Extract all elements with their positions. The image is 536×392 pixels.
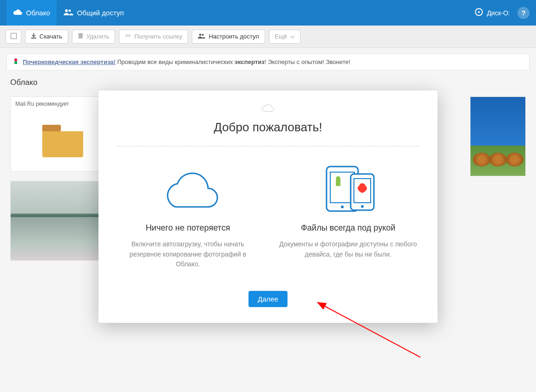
link-icon: [125, 33, 131, 40]
svg-point-16: [341, 206, 344, 208]
disk-icon: [475, 8, 483, 18]
ad-link[interactable]: Почерковедческая экспертиза!: [23, 58, 116, 65]
toolbar: Скачать Удалить Получить ссылку Настроит…: [0, 26, 536, 48]
get-link-button[interactable]: Получить ссылку: [119, 30, 188, 44]
app-header: Облако Общий доступ Диск-О: ?: [0, 0, 536, 26]
nav-cloud-label: Облако: [26, 9, 50, 17]
cloud-icon: [117, 161, 259, 215]
download-button[interactable]: Скачать: [25, 30, 68, 44]
svg-point-3: [478, 11, 480, 13]
disk-o-button[interactable]: Диск-О:: [475, 8, 510, 18]
image-thumbnail[interactable]: [470, 96, 526, 176]
ad-icon: [13, 58, 19, 66]
cloud-icon: [261, 103, 275, 112]
ad-banner[interactable]: Почерковедческая экспертиза! Проводим вс…: [7, 53, 529, 71]
more-label: Ещё: [275, 33, 288, 40]
nav-cloud[interactable]: Облако: [7, 0, 57, 26]
svg-point-10: [202, 34, 204, 36]
svg-point-9: [199, 34, 202, 36]
help-button[interactable]: ?: [517, 7, 529, 19]
feature-text: Включите автозагрузку, чтобы начать резе…: [117, 239, 259, 270]
svg-rect-5: [31, 38, 36, 39]
svg-point-1: [68, 10, 71, 12]
delete-button[interactable]: Удалить: [72, 30, 116, 44]
page-title: Облако: [0, 71, 536, 92]
feature-title: Файлы всегда под рукой: [277, 223, 419, 233]
ad-t2: ! Эксперты с опытом! Звоните!: [265, 58, 351, 65]
disk-o-label: Диск-О:: [487, 9, 510, 17]
svg-point-11: [14, 58, 17, 61]
feature-title: Ничего не потеряется: [117, 223, 259, 233]
svg-point-19: [361, 205, 364, 208]
next-button[interactable]: Далее: [248, 291, 288, 307]
feature-files-at-hand: Файлы всегда под рукой Документы и фотог…: [277, 161, 419, 270]
nav-share-label: Общий доступ: [77, 9, 124, 17]
nav-share[interactable]: Общий доступ: [57, 0, 131, 26]
chevron-down-icon: [290, 33, 294, 40]
svg-rect-12: [14, 61, 17, 64]
ad-bold: экспертиз: [235, 58, 264, 65]
more-button[interactable]: Ещё: [269, 30, 301, 44]
svg-rect-6: [78, 34, 83, 39]
devices-icon: [277, 161, 419, 215]
welcome-modal: Добро пожаловать! Ничего не потеряется В…: [98, 90, 438, 323]
square-icon: [11, 33, 17, 40]
folder-label: Mail.Ru рекомендует: [15, 101, 69, 107]
people-icon: [198, 33, 205, 40]
cloud-icon: [13, 9, 22, 17]
get-link-label: Получить ссылку: [134, 33, 182, 40]
svg-rect-8: [79, 33, 81, 34]
feature-nothing-lost: Ничего не потеряется Включите автозагруз…: [117, 161, 259, 270]
feature-text: Документы и фотографии доступны с любого…: [277, 239, 419, 259]
access-button[interactable]: Настроить доступ: [192, 30, 265, 44]
svg-rect-13: [42, 125, 61, 131]
svg-point-0: [65, 9, 68, 12]
svg-rect-4: [11, 33, 16, 39]
folder-icon: [41, 123, 84, 159]
trash-icon: [78, 33, 83, 40]
select-all-checkbox[interactable]: [6, 30, 21, 44]
access-label: Настроить доступ: [209, 33, 259, 40]
people-icon: [63, 9, 73, 17]
delete-label: Удалить: [86, 33, 110, 40]
ad-t1: Проводим все виды криминалистических: [116, 58, 235, 65]
download-icon: [31, 33, 36, 40]
download-label: Скачать: [39, 33, 62, 40]
svg-point-21: [336, 176, 340, 181]
modal-title: Добро пожаловать!: [117, 120, 419, 135]
